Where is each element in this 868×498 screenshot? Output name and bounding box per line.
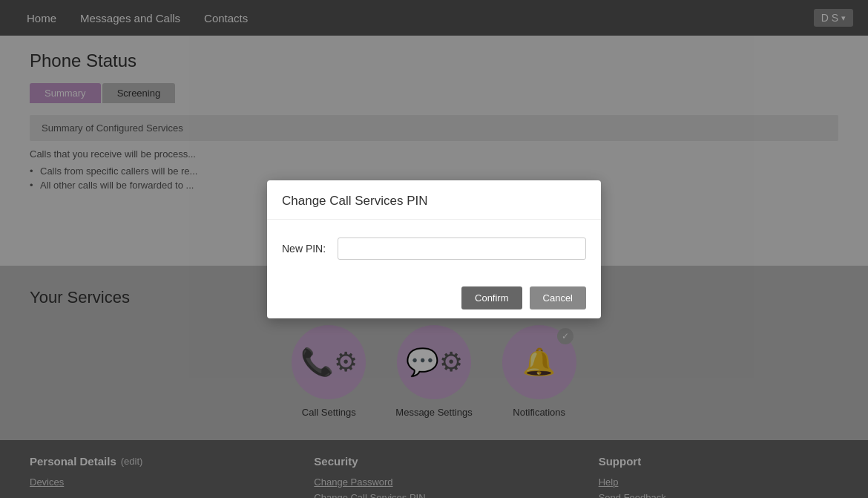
modal-footer: Confirm Cancel <box>267 278 601 318</box>
modal-pin-input[interactable] <box>338 237 586 260</box>
modal-title: Change Call Services PIN <box>267 180 601 220</box>
modal-change-pin: Change Call Services PIN New PIN: Confir… <box>267 180 601 318</box>
modal-pin-label: New PIN: <box>282 243 326 255</box>
modal-body: New PIN: <box>267 220 601 278</box>
cancel-button[interactable]: Cancel <box>530 286 586 309</box>
confirm-button[interactable]: Confirm <box>461 286 522 309</box>
modal-overlay: Change Call Services PIN New PIN: Confir… <box>0 0 868 498</box>
